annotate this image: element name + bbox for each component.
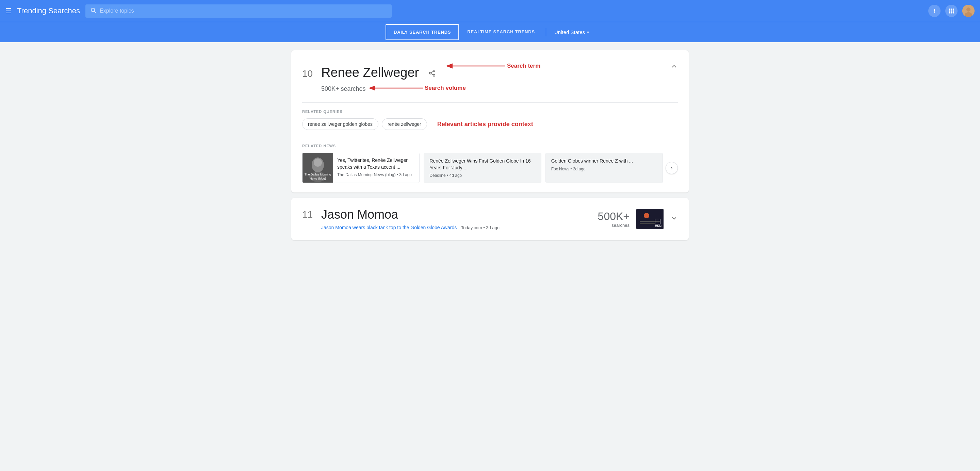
result-header-10: 10 Renee Zellweger <box>291 50 689 102</box>
card-content: 10 Renee Zellweger <box>291 50 689 192</box>
svg-point-26 <box>314 159 322 167</box>
result-volume: 500K+ searches <box>321 86 366 92</box>
news-card-0[interactable]: The Dallas Morning News (blog) Yes, Twit… <box>302 153 420 183</box>
header-right: ! <box>928 5 975 17</box>
svg-rect-10 <box>953 12 954 14</box>
news-card-content-0: Yes, Twitterites, Renée Zellweger speaks… <box>333 153 419 182</box>
news-card-title-2: Golden Globes winner Renee Z with ... <box>551 158 657 165</box>
result-11-img: CNN <box>636 209 663 229</box>
result-11-rank-title: 11 Jason Momoa <box>302 208 598 222</box>
search-bar[interactable] <box>86 5 392 18</box>
feedback-button[interactable]: ! <box>928 5 940 17</box>
result-card-10: 10 Renee Zellweger <box>291 50 689 192</box>
news-card-placeholder-0: The Dallas Morning News (blog) <box>302 153 333 182</box>
country-label: United States <box>554 29 585 35</box>
news-card-title-1: Renée Zellweger Wins First Golden Globe … <box>430 158 535 171</box>
news-card-title-0: Yes, Twitterites, Renée Zellweger speaks… <box>337 157 415 170</box>
svg-rect-30 <box>640 223 655 224</box>
chevron-down-icon: ▾ <box>587 30 589 35</box>
main-content: 10 Renee Zellweger <box>286 42 694 254</box>
svg-text:Search term: Search term <box>507 63 540 69</box>
news-card-source-2: Fox News • 3d ago <box>551 167 657 171</box>
svg-point-0 <box>91 8 95 12</box>
menu-icon[interactable]: ☰ <box>5 7 11 15</box>
app-header: ☰ Trending Searches ! <box>0 0 980 22</box>
svg-point-12 <box>966 8 970 11</box>
result-header-left: 10 Renee Zellweger <box>302 60 670 95</box>
feedback-icon: ! <box>934 8 935 14</box>
search-input[interactable] <box>100 8 387 14</box>
news-cards-wrapper: The Dallas Morning News (blog) Yes, Twit… <box>302 153 678 183</box>
result-11-img-label: CNN <box>655 224 662 228</box>
news-card-content-1: Renée Zellweger Wins First Golden Globe … <box>424 153 541 182</box>
result-11-news-meta: Today.com • 3d ago <box>461 225 500 230</box>
news-next-button[interactable]: › <box>666 162 678 174</box>
collapse-button[interactable] <box>670 63 678 72</box>
related-queries-section: RELATED QUERIES renee zellweger golden g… <box>291 103 689 137</box>
svg-text:Search volume: Search volume <box>425 85 466 91</box>
search-volume-annotation: Search volume <box>369 82 437 95</box>
tab-realtime-search-trends[interactable]: REALTIME SEARCH TRENDS <box>459 23 543 41</box>
news-img-label-0: The Dallas Morning News (blog) <box>304 173 332 181</box>
result-11-left: 11 Jason Momoa Jason Momoa wears black t… <box>302 208 598 231</box>
result-rank: 10 <box>302 68 316 79</box>
volume-row: 500K+ searches Search volume <box>321 82 670 95</box>
news-card-source-0: The Dallas Morning News (blog) • 3d ago <box>337 173 415 177</box>
tab-daily-search-trends[interactable]: DAILY SEARCH TRENDS <box>385 24 459 40</box>
nav-divider <box>546 28 546 36</box>
avatar[interactable] <box>962 5 975 17</box>
result-11-news-link: Jason Momoa wears black tank top to the … <box>321 224 598 231</box>
country-selector[interactable]: United States ▾ <box>549 23 595 41</box>
articles-arrow-1 <box>533 119 574 129</box>
query-chip-0[interactable]: renee zellweger golden globes <box>302 118 379 130</box>
result-11-content: 11 Jason Momoa Jason Momoa wears black t… <box>291 198 689 240</box>
result-11-volume-small: searches <box>598 223 630 228</box>
app-title: Trending Searches <box>17 6 80 15</box>
news-card-1[interactable]: Renée Zellweger Wins First Golden Globe … <box>424 153 541 183</box>
search-term-annotation: Search term <box>444 60 519 77</box>
svg-rect-4 <box>953 8 954 10</box>
query-chip-1[interactable]: renée zellweger <box>382 118 427 130</box>
result-card-11: 11 Jason Momoa Jason Momoa wears black t… <box>291 198 689 240</box>
result-title: Renee Zellweger <box>321 65 419 80</box>
svg-rect-5 <box>949 11 950 12</box>
news-card-source-1: Deadline • 4d ago <box>430 173 535 178</box>
related-queries-label: RELATED QUERIES <box>302 109 678 114</box>
search-icon <box>90 7 96 15</box>
svg-rect-2 <box>949 8 950 10</box>
news-card-2[interactable]: Golden Globes winner Renee Z with ... Fo… <box>546 153 663 183</box>
svg-rect-6 <box>951 11 953 12</box>
svg-rect-3 <box>951 8 953 10</box>
svg-line-18 <box>431 71 433 73</box>
result-11-rank: 11 <box>302 209 316 220</box>
apps-button[interactable] <box>945 5 958 17</box>
svg-rect-8 <box>949 12 950 14</box>
svg-rect-29 <box>640 221 660 222</box>
annotation-text-articles: Relevant articles provide context <box>437 121 533 128</box>
result-11-title: Jason Momoa <box>321 208 398 222</box>
news-cards: The Dallas Morning News (blog) Yes, Twit… <box>302 153 663 183</box>
svg-rect-7 <box>953 11 954 12</box>
related-news-label: RELATED NEWS <box>302 144 678 148</box>
share-icon[interactable] <box>428 69 436 79</box>
news-card-img-0: The Dallas Morning News (blog) <box>302 153 333 182</box>
result-11-right: 500K+ searches CNN <box>598 209 678 229</box>
svg-point-14 <box>433 70 435 72</box>
news-card-content-2: Golden Globes winner Renee Z with ... Fo… <box>546 153 662 182</box>
svg-point-28 <box>644 213 649 218</box>
rank-title-row: 10 Renee Zellweger <box>302 60 670 80</box>
result-11-volume: 500K+ searches <box>598 210 630 228</box>
svg-point-16 <box>433 75 435 76</box>
result-11-volume-large: 500K+ <box>598 210 630 223</box>
svg-rect-9 <box>951 12 953 14</box>
svg-point-15 <box>430 72 431 74</box>
svg-line-1 <box>94 11 95 13</box>
related-news-section: RELATED NEWS <box>291 137 689 192</box>
expand-button-11[interactable] <box>670 214 678 224</box>
result-11-news-title[interactable]: Jason Momoa wears black tank top to the … <box>321 225 457 230</box>
svg-line-17 <box>431 73 433 75</box>
query-chips: renee zellweger golden globes renée zell… <box>302 118 678 130</box>
relevant-articles-annotation: Relevant articles provide context <box>437 118 574 130</box>
nav-bar: DAILY SEARCH TRENDS REALTIME SEARCH TREN… <box>0 22 980 42</box>
avatar-image <box>962 5 975 17</box>
